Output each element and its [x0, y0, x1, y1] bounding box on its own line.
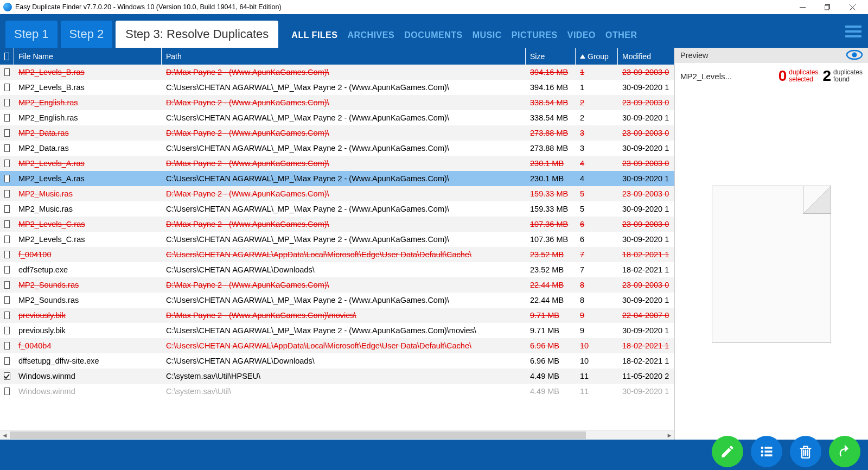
cell-size: 338.54 MB [526, 113, 576, 122]
col-path[interactable]: Path [162, 48, 526, 65]
row-checkbox[interactable] [0, 160, 14, 167]
row-checkbox[interactable] [0, 99, 14, 106]
edit-button[interactable] [712, 436, 743, 467]
list-button[interactable] [751, 436, 782, 467]
table-row[interactable]: previously.bikC:\Users\CHETAN AGARWAL\_M… [0, 323, 674, 338]
scroll-left-icon[interactable]: ◄ [0, 432, 10, 439]
row-checkbox[interactable] [0, 84, 14, 91]
col-file-name[interactable]: File Name [14, 48, 162, 65]
eye-icon[interactable] [846, 50, 863, 61]
table-row[interactable]: MP2_Levels_C.rasC:\Users\CHETAN AGARWAL\… [0, 232, 674, 247]
top-header: Step 1 Step 2 Step 3: Resolve Duplicates… [0, 14, 868, 48]
table-row[interactable]: MP2_Levels_B.rasC:\Users\CHETAN AGARWAL\… [0, 80, 674, 95]
col-size[interactable]: Size [526, 48, 576, 65]
select-all-checkbox[interactable] [0, 48, 14, 65]
table-row[interactable]: MP2_Sounds.rasD:\Max Payne 2 - (Www.Apun… [0, 277, 674, 293]
table-row[interactable]: MP2_English.rasC:\Users\CHETAN AGARWAL\_… [0, 110, 674, 125]
table-row[interactable]: MP2_Levels_B.rasD:\Max Payne 2 - (Www.Ap… [0, 65, 674, 80]
row-checkbox[interactable] [0, 175, 14, 182]
table-row[interactable]: Windows.winmdC:\system.sav\Util\4.49 MB1… [0, 384, 674, 399]
row-checkbox[interactable] [0, 357, 14, 365]
table-row[interactable]: MP2_English.rasD:\Max Payne 2 - (Www.Apu… [0, 95, 674, 110]
cell-path: C:\Users\CHETAN AGARWAL\_MP_\Max Payne 2… [162, 83, 526, 92]
row-checkbox[interactable] [0, 236, 14, 243]
cell-path: C:\system.sav\Util\HPSEU\ [162, 372, 526, 380]
svg-point-11 [761, 454, 764, 457]
cell-path: D:\Max Payne 2 - (Www.ApunKaGames.Com)\ [162, 189, 526, 198]
filter-other[interactable]: OTHER [605, 30, 637, 40]
cell-modified: 30-09-2020 1 [618, 144, 674, 153]
cell-path: C:\system.sav\Util\ [162, 387, 526, 396]
cell-size: 6.96 MB [526, 341, 576, 350]
row-checkbox[interactable] [0, 342, 14, 350]
row-checkbox[interactable] [0, 281, 14, 289]
filter-video[interactable]: VIDEO [567, 30, 596, 40]
table-row[interactable]: dffsetupg_dffw-site.exeC:\Users\CHETAN A… [0, 353, 674, 369]
row-checkbox[interactable] [0, 266, 14, 274]
table-body[interactable]: MP2_Levels_B.rasD:\Max Payne 2 - (Www.Ap… [0, 65, 674, 430]
delete-button[interactable] [790, 436, 821, 467]
row-checkbox[interactable] [0, 114, 14, 122]
cell-modified: 30-09-2020 1 [618, 235, 674, 244]
table-row[interactable]: MP2_Levels_C.rasD:\Max Payne 2 - (Www.Ap… [0, 217, 674, 232]
cell-file-name: dffsetupg_dffw-site.exe [14, 357, 162, 365]
table-row[interactable]: Windows.winmdC:\system.sav\Util\HPSEU\4.… [0, 369, 674, 384]
col-modified[interactable]: Modified [618, 48, 674, 65]
cell-file-name: MP2_English.ras [14, 98, 162, 107]
row-checkbox[interactable] [0, 144, 14, 152]
row-checkbox[interactable] [0, 205, 14, 213]
table-row[interactable]: edf7setup.exeC:\Users\CHETAN AGARWAL\Dow… [0, 262, 674, 277]
table-row[interactable]: MP2_Data.rasD:\Max Payne 2 - (Www.ApunKa… [0, 125, 674, 141]
cell-modified: 11-05-2020 2 [618, 372, 674, 380]
row-checkbox[interactable] [0, 296, 14, 304]
cell-file-name: MP2_Levels_A.ras [14, 174, 162, 183]
table-row[interactable]: MP2_Music.rasC:\Users\CHETAN AGARWAL\_MP… [0, 201, 674, 217]
table-row[interactable]: MP2_Data.rasC:\Users\CHETAN AGARWAL\_MP_… [0, 141, 674, 156]
step2-tab[interactable]: Step 2 [61, 21, 113, 48]
horizontal-scrollbar[interactable]: ◄ ► [0, 430, 674, 440]
cell-modified: 18-02-2021 1 [618, 357, 674, 365]
filter-all[interactable]: ALL FILES [291, 30, 337, 40]
table-row[interactable]: previously.bikD:\Max Payne 2 - (Www.Apun… [0, 308, 674, 323]
row-checkbox[interactable] [0, 327, 14, 334]
table-row[interactable]: MP2_Levels_A.rasD:\Max Payne 2 - (Www.Ap… [0, 156, 674, 171]
row-checkbox[interactable] [0, 251, 14, 258]
scroll-right-icon[interactable]: ► [665, 432, 674, 439]
filter-pictures[interactable]: PICTURES [512, 30, 558, 40]
step1-tab[interactable]: Step 1 [5, 21, 58, 48]
maximize-button[interactable] [815, 0, 840, 14]
cell-size: 22.44 MB [526, 281, 576, 289]
filter-music[interactable]: MUSIC [473, 30, 502, 40]
table-row[interactable]: f_0040b4C:\Users\CHETAN AGARWAL\AppData\… [0, 338, 674, 353]
step3-tab[interactable]: Step 3: Resolve Duplicates [116, 21, 278, 48]
undo-button[interactable] [829, 436, 860, 467]
cell-file-name: edf7setup.exe [14, 265, 162, 274]
cell-path: D:\Max Payne 2 - (Www.ApunKaGames.Com)\ [162, 281, 526, 289]
table-row[interactable]: f_004100C:\Users\CHETAN AGARWAL\AppData\… [0, 247, 674, 262]
table-row[interactable]: MP2_Sounds.rasC:\Users\CHETAN AGARWAL\_M… [0, 293, 674, 308]
cell-path: D:\Max Payne 2 - (Www.ApunKaGames.Com)\ [162, 98, 526, 107]
cell-file-name: MP2_Levels_C.ras [14, 235, 162, 244]
filter-archives[interactable]: ARCHIVES [347, 30, 394, 40]
table-row[interactable]: MP2_Music.rasD:\Max Payne 2 - (Www.ApunK… [0, 186, 674, 201]
row-checkbox[interactable] [0, 220, 14, 228]
minimize-button[interactable] [790, 0, 815, 14]
cell-file-name: MP2_Levels_A.ras [14, 159, 162, 168]
row-checkbox[interactable] [0, 312, 14, 319]
cell-group: 10 [576, 341, 618, 350]
row-checkbox[interactable] [0, 68, 14, 76]
app-icon [3, 3, 12, 11]
cell-path: C:\Users\CHETAN AGARWAL\_MP_\Max Payne 2… [162, 296, 526, 304]
row-checkbox[interactable] [0, 372, 14, 380]
col-group[interactable]: Group [576, 48, 618, 65]
row-checkbox[interactable] [0, 129, 14, 137]
row-checkbox[interactable] [0, 190, 14, 198]
menu-icon[interactable] [845, 23, 861, 40]
cell-group: 4 [576, 159, 618, 168]
filter-documents[interactable]: DOCUMENTS [404, 30, 463, 40]
cell-path: C:\Users\CHETAN AGARWAL\_MP_\Max Payne 2… [162, 205, 526, 213]
cell-size: 273.88 MB [526, 144, 576, 153]
table-row[interactable]: MP2_Levels_A.rasC:\Users\CHETAN AGARWAL\… [0, 171, 674, 186]
close-button[interactable] [840, 0, 865, 14]
row-checkbox[interactable] [0, 388, 14, 395]
